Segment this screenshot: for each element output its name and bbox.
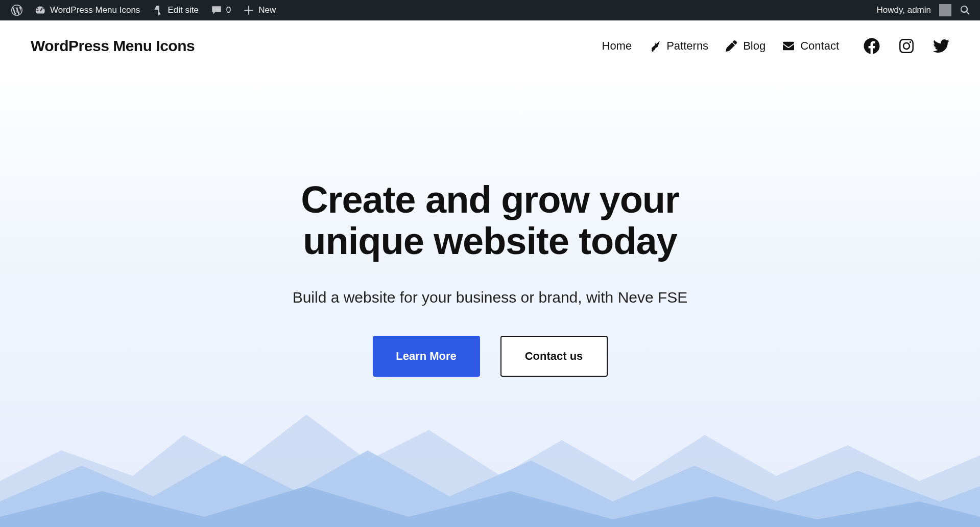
nav-home-label: Home bbox=[602, 39, 632, 53]
nav-contact[interactable]: Contact bbox=[783, 39, 839, 53]
edit-site-menu[interactable]: Edit site bbox=[146, 0, 204, 20]
instagram-link[interactable] bbox=[898, 38, 915, 54]
new-content-menu[interactable]: New bbox=[237, 0, 282, 20]
brush-icon bbox=[649, 40, 660, 52]
wp-logo-menu[interactable] bbox=[5, 0, 29, 20]
plus-icon bbox=[243, 5, 254, 16]
search-icon bbox=[960, 5, 971, 16]
envelope-icon bbox=[783, 40, 794, 52]
hero-title-line2: unique website today bbox=[303, 220, 677, 262]
hero-title-line1: Create and grow your bbox=[301, 178, 679, 221]
facebook-link[interactable] bbox=[864, 38, 880, 54]
hero-title: Create and grow your unique website toda… bbox=[301, 179, 679, 262]
instagram-icon bbox=[898, 38, 915, 54]
twitter-link[interactable] bbox=[933, 38, 949, 54]
nav-patterns[interactable]: Patterns bbox=[649, 39, 708, 53]
nav-contact-label: Contact bbox=[800, 39, 839, 53]
pencil-icon bbox=[726, 40, 737, 52]
site-name-menu[interactable]: WordPress Menu Icons bbox=[29, 0, 146, 20]
nav-blog-label: Blog bbox=[743, 39, 766, 53]
user-account-menu[interactable]: Howdy, admin bbox=[873, 0, 955, 20]
avatar bbox=[939, 4, 951, 16]
social-icons bbox=[864, 38, 949, 54]
pin-icon bbox=[152, 5, 163, 16]
contact-us-button[interactable]: Contact us bbox=[500, 336, 608, 377]
admin-site-name: WordPress Menu Icons bbox=[50, 5, 140, 15]
greeting-text: Howdy, admin bbox=[877, 5, 931, 15]
comment-icon bbox=[211, 5, 222, 16]
edit-site-label: Edit site bbox=[168, 5, 198, 15]
site-header: WordPress Menu Icons Home Patterns Blog … bbox=[0, 20, 980, 72]
wordpress-logo-icon bbox=[11, 5, 22, 16]
twitter-icon bbox=[933, 38, 949, 54]
learn-more-button[interactable]: Learn More bbox=[373, 336, 480, 377]
admin-bar-left: WordPress Menu Icons Edit site 0 New bbox=[5, 0, 282, 20]
facebook-icon bbox=[864, 38, 880, 54]
comments-count: 0 bbox=[226, 5, 231, 15]
nav-patterns-label: Patterns bbox=[666, 39, 708, 53]
nav-blog[interactable]: Blog bbox=[726, 39, 766, 53]
dashboard-icon bbox=[35, 5, 46, 16]
site-title[interactable]: WordPress Menu Icons bbox=[31, 37, 195, 55]
new-label: New bbox=[258, 5, 276, 15]
comments-menu[interactable]: 0 bbox=[205, 0, 237, 20]
hero-section: Create and grow your unique website toda… bbox=[0, 72, 980, 527]
hero-cta-group: Learn More Contact us bbox=[373, 336, 608, 377]
hero-subtitle: Build a website for your business or bra… bbox=[293, 289, 688, 306]
wp-admin-bar: WordPress Menu Icons Edit site 0 New How… bbox=[0, 0, 980, 20]
admin-bar-right: Howdy, admin bbox=[873, 0, 975, 20]
mountains-decoration bbox=[0, 374, 980, 527]
main-nav: Home Patterns Blog Contact bbox=[602, 38, 950, 54]
nav-home[interactable]: Home bbox=[602, 39, 632, 53]
search-toggle[interactable] bbox=[955, 0, 975, 20]
